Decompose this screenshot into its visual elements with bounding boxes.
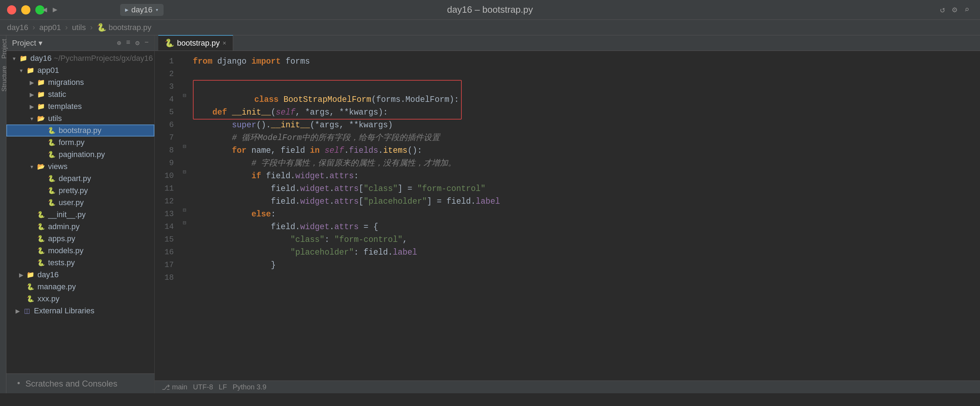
code-editor[interactable]: 1 2 3 4 5 6 7 8 9 10 11 12 13 14 15 16 1… bbox=[155, 51, 980, 380]
tree-item-migrations[interactable]: ▶ 📁 migrations bbox=[6, 77, 154, 88]
tree-label: External Libraries bbox=[34, 306, 94, 315]
traffic-lights bbox=[7, 5, 45, 14]
tree-item-apps-py[interactable]: 🐍 apps.py bbox=[6, 233, 154, 245]
breadcrumb-app01[interactable]: app01 bbox=[39, 23, 61, 32]
tree-item-app01[interactable]: ▾ 📁 app01 bbox=[6, 64, 154, 77]
tree-item-admin-py[interactable]: 🐍 admin.py bbox=[6, 221, 154, 233]
encoding-item[interactable]: UTF-8 bbox=[193, 383, 213, 391]
toolbar-section: ↺ ⚙ ⌕ bbox=[940, 5, 969, 15]
git-icon: ⎇ bbox=[162, 383, 170, 392]
collapse-icon[interactable]: ≡ bbox=[126, 38, 130, 47]
py-icon: 🐍 bbox=[47, 126, 57, 136]
code-line-9: # 字段中有属性，保留原来的属性，没有属性，才增加。 bbox=[193, 157, 980, 170]
py-icon: 🐍 bbox=[36, 222, 46, 232]
breadcrumb-day16[interactable]: day16 bbox=[7, 23, 28, 32]
tree-item-xxx-py[interactable]: 🐍 xxx.py bbox=[6, 293, 154, 305]
forward-icon[interactable]: ▶ bbox=[52, 5, 57, 14]
refresh-icon[interactable]: ↺ bbox=[940, 5, 945, 15]
close-icon[interactable]: − bbox=[145, 38, 149, 47]
titlebar-tools: ◀ ▶ bbox=[42, 5, 57, 14]
tree-item-views[interactable]: ▾ 📂 views bbox=[6, 161, 154, 173]
settings-icon[interactable]: ⚙ bbox=[135, 38, 140, 47]
scratches-bar[interactable]: ⦁ Scratches and Consoles bbox=[6, 374, 154, 393]
sidebar-icons: ⊕ ≡ ⚙ − bbox=[117, 38, 149, 47]
project-tab[interactable]: Project bbox=[0, 35, 6, 62]
line-ending-item[interactable]: LF bbox=[219, 383, 227, 391]
tree-item-utils[interactable]: ▾ 📂 utils bbox=[6, 112, 154, 125]
py-icon: 🐍 bbox=[36, 246, 46, 256]
code-line-17: } bbox=[193, 259, 980, 272]
python-version-label: Python 3.9 bbox=[232, 383, 266, 391]
code-line-6: super().__init__(*args, **kwargs) bbox=[193, 119, 980, 131]
tree-item-templates[interactable]: ▶ 📁 templates bbox=[6, 101, 154, 112]
run-config-dropdown-icon: ▾ bbox=[156, 6, 159, 13]
sidebar-header: Project ▾ ⊕ ≡ ⚙ − bbox=[6, 35, 154, 51]
folder-icon: 📁 bbox=[18, 53, 28, 63]
tab-label: bootstrap.py bbox=[177, 38, 220, 48]
tree-item-form-py[interactable]: 🐍 form.py bbox=[6, 136, 154, 149]
tree-label: models.py bbox=[48, 246, 83, 255]
run-config[interactable]: ▶ day16 ▾ bbox=[120, 4, 164, 16]
code-line-10: if field.widget.attrs: bbox=[193, 170, 980, 182]
tree-item-pretty-py[interactable]: 🐍 pretty.py bbox=[6, 185, 154, 197]
main-layout: Project Structure Project ▾ ⊕ ≡ ⚙ − ▾ 📁 … bbox=[0, 35, 980, 393]
code-line-7: # 循环ModelForm中的所有字段，给每个字段的插件设置 bbox=[193, 131, 980, 144]
tree-label: apps.py bbox=[48, 234, 75, 243]
tab-file-icon: 🐍 bbox=[165, 38, 174, 48]
fold-gutter: ⊟ ⊟ ⊟ ⊟ ⊟ bbox=[180, 51, 189, 380]
tree-item-bootstrap-py[interactable]: 🐍 bootstrap.py bbox=[6, 125, 154, 136]
editor-area: 🐍 bootstrap.py × 1 2 3 4 5 6 7 8 9 10 11… bbox=[155, 35, 980, 393]
build-icon[interactable]: ⚙ bbox=[952, 5, 957, 15]
py-icon: 🐍 bbox=[47, 186, 57, 196]
code-line-11: field.widget.attrs["class"] = "form-cont… bbox=[193, 182, 980, 195]
folder-icon: 📁 bbox=[36, 77, 46, 87]
window-title: day16 – bootstrap.py bbox=[447, 4, 533, 15]
tree-item-manage-py[interactable]: 🐍 manage.py bbox=[6, 281, 154, 293]
tree-item-models-py[interactable]: 🐍 models.py bbox=[6, 245, 154, 257]
code-line-15: "class": "form-control", bbox=[193, 233, 980, 246]
tree-arrow: ▶ bbox=[27, 79, 36, 86]
line-numbers: 1 2 3 4 5 6 7 8 9 10 11 12 13 14 15 16 1… bbox=[155, 51, 180, 380]
structure-tab[interactable]: Structure bbox=[0, 62, 6, 95]
tree-item-user-py[interactable]: 🐍 user.py bbox=[6, 197, 154, 209]
tree-item-tests-py[interactable]: 🐍 tests.py bbox=[6, 257, 154, 269]
back-icon[interactable]: ◀ bbox=[42, 5, 47, 14]
tree-label: xxx.py bbox=[37, 294, 59, 304]
tab-bootstrap-py[interactable]: 🐍 bootstrap.py × bbox=[158, 35, 233, 51]
encoding-label: UTF-8 bbox=[193, 383, 213, 391]
tree-item-static[interactable]: ▶ 📁 static bbox=[6, 88, 154, 101]
py-icon: 🐍 bbox=[36, 258, 46, 268]
sidebar: Project ▾ ⊕ ≡ ⚙ − ▾ 📁 day16 ~/PycharmPro… bbox=[6, 35, 155, 393]
git-item[interactable]: ⎇ main bbox=[162, 383, 187, 392]
breadcrumb-utils[interactable]: utils bbox=[72, 23, 86, 32]
tree-label: form.py bbox=[59, 138, 84, 147]
py-icon: 🐍 bbox=[47, 198, 57, 208]
code-line-13: else: bbox=[193, 208, 980, 221]
tree-label: views bbox=[48, 162, 67, 171]
code-line-12: field.widget.attrs["placeholder"] = fiel… bbox=[193, 195, 980, 208]
breadcrumb-file[interactable]: 🐍 bootstrap.py bbox=[97, 23, 151, 32]
folder-icon: 📁 bbox=[25, 66, 35, 75]
scratches-label: Scratches and Consoles bbox=[25, 379, 117, 388]
tree-label: __init__.py bbox=[48, 210, 86, 219]
search-icon[interactable]: ⌕ bbox=[964, 5, 969, 15]
code-content[interactable]: from django import forms class BootStrap… bbox=[189, 51, 980, 380]
tree-label: app01 bbox=[37, 66, 59, 75]
tree-arrow: ▶ bbox=[17, 272, 25, 278]
tree-arrow: ▾ bbox=[17, 67, 25, 74]
close-button[interactable] bbox=[7, 5, 16, 14]
tree-arrow: ▶ bbox=[13, 308, 22, 315]
tree-label: pretty.py bbox=[59, 186, 88, 195]
tab-close-icon[interactable]: × bbox=[223, 40, 226, 47]
minimize-button[interactable] bbox=[21, 5, 30, 14]
python-version-item[interactable]: Python 3.9 bbox=[232, 383, 266, 391]
tree-item-ext-libs[interactable]: ▶ ◫ External Libraries bbox=[6, 305, 154, 317]
sidebar-title: Project ▾ bbox=[12, 38, 113, 48]
tree-label: day16 ~/PycharmProjects/gx/day16 bbox=[30, 54, 153, 63]
tree-item-day16-root[interactable]: ▾ 📁 day16 ~/PycharmProjects/gx/day16 bbox=[6, 52, 154, 64]
tree-item-pagination-py[interactable]: 🐍 pagination.py bbox=[6, 149, 154, 161]
tree-item-init-py[interactable]: 🐍 __init__.py bbox=[6, 209, 154, 221]
tree-item-depart-py[interactable]: 🐍 depart.py bbox=[6, 173, 154, 185]
tree-item-day16-sub[interactable]: ▶ 📁 day16 bbox=[6, 269, 154, 281]
locate-icon[interactable]: ⊕ bbox=[117, 38, 121, 47]
